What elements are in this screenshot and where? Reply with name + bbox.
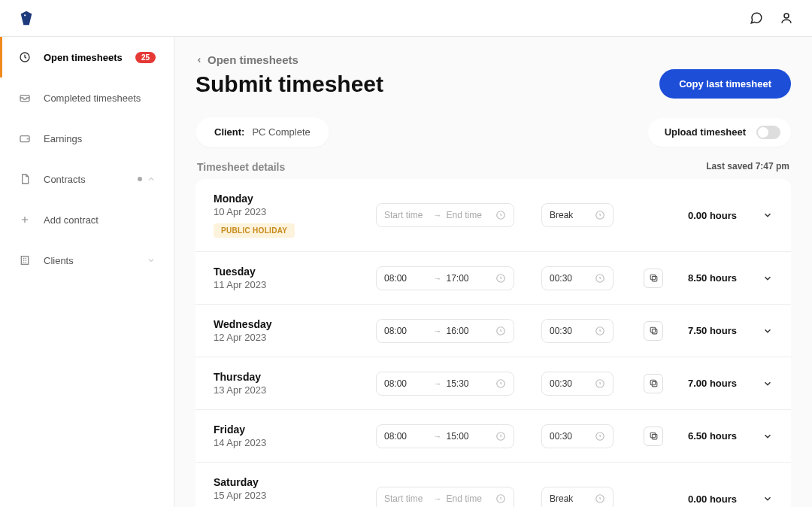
- expand-row-button[interactable]: [762, 493, 774, 504]
- nav-add-contract[interactable]: Add contract: [0, 199, 174, 240]
- client-pill: Client: PC Complete: [195, 117, 329, 147]
- nav-completed-timesheets[interactable]: Completed timesheets: [0, 77, 174, 118]
- svg-rect-19: [650, 380, 656, 385]
- expand-row-button[interactable]: [762, 210, 774, 220]
- expand-row-button[interactable]: [762, 431, 774, 442]
- copy-last-timesheet-button[interactable]: Copy last timesheet: [659, 69, 791, 99]
- break-input[interactable]: 00:30: [541, 266, 614, 290]
- copy-row-button[interactable]: [644, 321, 663, 341]
- svg-rect-3: [20, 96, 29, 102]
- document-icon: [18, 172, 32, 186]
- chat-icon[interactable]: [749, 11, 764, 26]
- copy-row-button[interactable]: [644, 374, 663, 393]
- start-time-placeholder: Start time: [384, 210, 429, 220]
- time-range-input[interactable]: 08:00 → 15:30: [376, 372, 514, 396]
- arrow-right-icon: →: [434, 274, 442, 283]
- copy-row-button[interactable]: [644, 269, 663, 288]
- svg-rect-14: [652, 329, 657, 334]
- last-saved: Last saved 7:47 pm: [706, 161, 789, 173]
- day-name: Tuesday: [214, 266, 364, 278]
- svg-rect-23: [650, 433, 656, 438]
- page-title: Submit timesheet: [195, 71, 383, 97]
- clock-icon: [18, 50, 32, 64]
- day-row: Friday 14 Apr 2023 08:00 → 15:00 00:30 6…: [195, 410, 791, 463]
- expand-row-button[interactable]: [762, 326, 774, 336]
- expand-row-button[interactable]: [762, 273, 774, 284]
- breadcrumb[interactable]: Open timesheets: [195, 53, 791, 66]
- main-content: Open timesheets Submit timesheet Copy la…: [174, 37, 812, 507]
- day-date: 15 Apr 2023: [214, 490, 364, 501]
- day-date: 10 Apr 2023: [214, 206, 364, 217]
- time-range-input[interactable]: 08:00 → 16:00: [376, 319, 514, 343]
- start-time-placeholder: Start time: [384, 493, 429, 504]
- day-name: Friday: [214, 424, 364, 436]
- open-count-badge: 25: [135, 52, 156, 63]
- day-date: 13 Apr 2023: [214, 384, 364, 396]
- svg-rect-11: [650, 275, 656, 280]
- svg-rect-5: [21, 257, 28, 265]
- end-time-value: 17:00: [447, 273, 492, 284]
- time-range-input[interactable]: Start time → End time: [376, 203, 514, 227]
- end-time-placeholder: End time: [447, 210, 492, 220]
- end-time-value: 16:00: [447, 326, 492, 336]
- hours-total: 7.50 hours: [675, 325, 737, 336]
- day-date: 14 Apr 2023: [214, 437, 364, 448]
- day-info: Tuesday 11 Apr 2023: [214, 266, 364, 290]
- hours-total: 0.00 hours: [675, 210, 737, 221]
- day-info: Monday 10 Apr 2023 PUBLIC HOLIDAY: [214, 193, 364, 238]
- time-range-input[interactable]: Start time → End time: [376, 487, 514, 507]
- break-input[interactable]: Break: [541, 203, 614, 227]
- break-input[interactable]: 00:30: [541, 319, 614, 343]
- nav-label: Earnings: [44, 133, 82, 144]
- break-input[interactable]: Break: [541, 487, 614, 507]
- time-range-input[interactable]: 08:00 → 15:00: [376, 424, 514, 448]
- break-placeholder: Break: [550, 210, 590, 220]
- end-time-value: 15:30: [447, 378, 492, 389]
- end-time-placeholder: End time: [447, 493, 492, 504]
- arrow-right-icon: →: [434, 494, 442, 503]
- details-label: Timesheet details: [197, 161, 285, 173]
- client-label: Client:: [214, 126, 244, 138]
- day-name: Monday: [214, 193, 364, 205]
- break-value: 00:30: [550, 326, 590, 336]
- topbar: [0, 0, 812, 37]
- timesheet-table: Monday 10 Apr 2023 PUBLIC HOLIDAY Start …: [195, 179, 791, 507]
- building-icon: [18, 254, 32, 267]
- arrow-right-icon: →: [434, 379, 442, 388]
- nav-contracts[interactable]: Contracts: [0, 159, 174, 199]
- day-date: 12 Apr 2023: [214, 332, 364, 343]
- break-placeholder: Break: [550, 493, 590, 504]
- arrow-right-icon: →: [434, 211, 442, 220]
- day-row: Thursday 13 Apr 2023 08:00 → 15:30 00:30…: [195, 357, 791, 410]
- brand-logo: [18, 10, 35, 26]
- start-time-value: 08:00: [384, 326, 429, 336]
- nav-earnings[interactable]: Earnings: [0, 118, 174, 159]
- sidebar: Open timesheets 25 Completed timesheets …: [0, 37, 174, 507]
- time-range-input[interactable]: 08:00 → 17:00: [376, 266, 514, 290]
- svg-rect-10: [652, 276, 657, 281]
- copy-row-button[interactable]: [644, 427, 663, 446]
- nav-label: Add contract: [44, 214, 98, 226]
- nav-label: Completed timesheets: [44, 93, 141, 104]
- break-value: 00:30: [550, 273, 590, 284]
- chevron-up-icon: [147, 175, 156, 184]
- chevron-left-icon: [195, 56, 203, 64]
- nav-open-timesheets[interactable]: Open timesheets 25: [0, 37, 174, 77]
- break-input[interactable]: 00:30: [541, 372, 614, 396]
- wallet-icon: [18, 132, 32, 145]
- chevron-down-icon: [147, 256, 156, 265]
- day-date: 11 Apr 2023: [214, 279, 364, 290]
- day-info: Thursday 13 Apr 2023: [214, 371, 364, 396]
- day-info: Wednesday 12 Apr 2023: [214, 318, 364, 343]
- break-input[interactable]: 00:30: [541, 424, 614, 448]
- nav-clients[interactable]: Clients: [0, 240, 174, 281]
- plus-icon: [18, 213, 32, 226]
- arrow-right-icon: →: [434, 326, 442, 335]
- expand-row-button[interactable]: [762, 378, 774, 389]
- start-time-value: 08:00: [384, 378, 429, 389]
- user-icon[interactable]: [779, 11, 794, 26]
- end-time-value: 15:00: [447, 431, 492, 442]
- day-row: Monday 10 Apr 2023 PUBLIC HOLIDAY Start …: [195, 179, 791, 252]
- nav-label: Contracts: [44, 174, 86, 185]
- upload-toggle[interactable]: [756, 126, 780, 139]
